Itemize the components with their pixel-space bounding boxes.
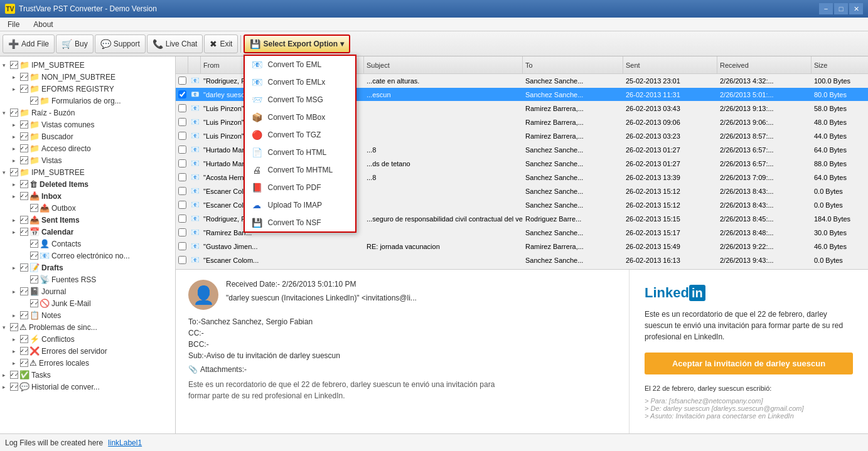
tree-item[interactable]: ▸ ✓ 📁 EFORMS REGISTRY [0, 83, 175, 95]
add-file-button[interactable]: ➕ Add File [3, 34, 55, 53]
tree-expand-icon[interactable]: ▸ [13, 193, 20, 199]
tree-item[interactable]: ▸ ✓ 📤 Sent Items [0, 214, 175, 226]
tree-expand-icon[interactable]: ▸ [13, 217, 20, 223]
exit-button[interactable]: ✖ Exit [204, 34, 238, 53]
col-to[interactable]: To [523, 56, 623, 73]
tree-item[interactable]: ▸ ✓ ✅ Tasks [0, 369, 175, 381]
tree-checkbox[interactable]: ✓ [30, 97, 38, 105]
tree-expand-icon[interactable]: ▾ [3, 110, 10, 116]
dropdown-item[interactable]: 🔴Convert To TGZ [245, 126, 355, 144]
tree-checkbox[interactable]: ✓ [20, 180, 28, 188]
status-link[interactable]: linkLabel1 [108, 438, 142, 447]
table-row[interactable]: 📧 "Gustavo Jimen... RE: jornada vacunaci… [176, 240, 868, 253]
dropdown-item[interactable]: 📧Convert To EML [245, 56, 355, 73]
tree-item[interactable]: ▸ ✓ 📥 Inbox [0, 190, 175, 202]
select-export-button[interactable]: 💾 Select Export Option ▾ [244, 34, 350, 53]
tree-item[interactable]: ▸ ✓ 📁 Vistas comunes [0, 119, 175, 130]
dropdown-item[interactable]: 📕Convert To PDF [245, 179, 355, 196]
maximize-button[interactable]: □ [834, 3, 848, 14]
minimize-button[interactable]: − [819, 3, 833, 14]
tree-checkbox[interactable]: ✓ [10, 61, 18, 69]
dropdown-item[interactable]: 📧Convert To EMLx [245, 73, 355, 91]
tree-checkbox[interactable]: ✓ [20, 263, 28, 272]
dropdown-item[interactable]: 🖨Convert To MHTML [245, 161, 355, 179]
tree-checkbox[interactable]: ✓ [30, 240, 38, 248]
tree-item[interactable]: ▾ ✓ ⚠ Problemas de sinc... [0, 321, 175, 333]
tree-checkbox[interactable]: ✓ [30, 275, 38, 284]
tree-expand-icon[interactable]: ▸ [13, 122, 20, 128]
tree-expand-icon[interactable]: ▾ [3, 324, 10, 331]
tree-expand-icon[interactable]: ▸ [13, 74, 20, 80]
tree-item[interactable]: ▸ ✓ 📅 Calendar [0, 226, 175, 238]
tree-item[interactable]: ▸ ✓ ❌ Errores del servidor [0, 345, 175, 357]
close-button[interactable]: ✕ [849, 3, 863, 14]
tree-expand-icon[interactable]: ▸ [13, 134, 20, 140]
dropdown-item[interactable]: 💾Convert To NSF [245, 214, 355, 231]
tree-checkbox[interactable]: ✓ [20, 228, 28, 236]
tree-item[interactable]: ▸ ✓ 📁 Vistas [0, 154, 175, 166]
tree-expand-icon[interactable]: ▸ [13, 289, 20, 295]
col-received[interactable]: Received [717, 56, 812, 73]
tree-item[interactable]: ▸ ✓ 📋 Notes [0, 309, 175, 321]
buy-button[interactable]: 🛒 Buy [56, 34, 94, 53]
tree-checkbox[interactable]: ✓ [20, 132, 28, 141]
linkedin-accept-button[interactable]: Aceptar la invitación de darley suescun [645, 353, 853, 374]
tree-item[interactable]: ▸ ✓ 💬 Historial de conver... [0, 381, 175, 393]
tree-checkbox[interactable]: ✓ [10, 109, 18, 117]
menu-file[interactable]: File [4, 19, 23, 30]
col-size[interactable]: Size [812, 56, 868, 73]
tree-item[interactable]: ✓ 📤 Outbox [0, 202, 175, 214]
tree-item[interactable]: ▾ ✓ 📁 IPM_SUBTREE [0, 59, 175, 71]
col-subject[interactable]: Subject [364, 56, 523, 73]
tree-checkbox[interactable]: ✓ [10, 168, 18, 176]
live-chat-button[interactable]: 📞 Live Chat [147, 34, 203, 53]
tree-item[interactable]: ▾ ✓ 📁 Raíz - Buzón [0, 107, 175, 119]
tree-checkbox[interactable]: ✓ [20, 287, 28, 295]
tree-checkbox[interactable]: ✓ [20, 192, 28, 200]
tree-checkbox[interactable]: ✓ [20, 120, 28, 129]
dropdown-item[interactable]: 📨Convert To MSG [245, 91, 355, 109]
dropdown-item[interactable]: 📄Convert To HTML [245, 144, 355, 161]
tree-checkbox[interactable]: ✓ [20, 85, 28, 93]
tree-item[interactable]: ✓ 📡 Fuentes RSS [0, 273, 175, 285]
tree-checkbox[interactable]: ✓ [20, 73, 28, 81]
tree-checkbox[interactable]: ✓ [20, 359, 28, 367]
menu-about[interactable]: About [29, 19, 56, 30]
tree-checkbox[interactable]: ✓ [20, 347, 28, 355]
tree-checkbox[interactable]: ✓ [20, 311, 28, 319]
tree-expand-icon[interactable]: ▸ [13, 265, 20, 271]
tree-checkbox[interactable]: ✓ [10, 371, 18, 379]
tree-checkbox[interactable]: ✓ [20, 335, 28, 343]
tree-expand-icon[interactable]: ▸ [13, 146, 20, 152]
table-row[interactable]: 📧 "Escaner Colom... Sanchez Sanche... 26… [176, 253, 868, 267]
dropdown-item[interactable]: 📦Convert To MBox [245, 109, 355, 126]
tree-expand-icon[interactable]: ▸ [13, 229, 20, 235]
tree-item[interactable]: ▸ ✓ 📁 Buscador [0, 130, 175, 142]
tree-checkbox[interactable]: ✓ [20, 156, 28, 164]
tree-expand-icon[interactable]: ▸ [13, 360, 20, 366]
tree-expand-icon[interactable]: ▸ [3, 384, 10, 390]
tree-checkbox[interactable]: ✓ [30, 299, 38, 307]
tree-item[interactable]: ▸ ✓ ⚡ Conflictos [0, 333, 175, 345]
tree-expand-icon[interactable]: ▾ [3, 62, 10, 68]
tree-checkbox[interactable]: ✓ [30, 252, 38, 260]
tree-expand-icon[interactable]: ▸ [13, 86, 20, 92]
tree-item[interactable]: ▸ ✓ 📝 Drafts [0, 262, 175, 273]
tree-checkbox[interactable]: ✓ [20, 144, 28, 152]
tree-item[interactable]: ✓ 🚫 Junk E-Mail [0, 297, 175, 309]
tree-expand-icon[interactable]: ▸ [13, 157, 20, 164]
tree-expand-icon[interactable]: ▸ [13, 348, 20, 354]
tree-item[interactable]: ▸ ✓ 🗑 Deleted Items [0, 178, 175, 190]
tree-checkbox[interactable]: ✓ [20, 216, 28, 224]
tree-checkbox[interactable]: ✓ [30, 204, 38, 212]
support-button[interactable]: 💬 Support [95, 34, 146, 53]
tree-item[interactable]: ✓ 📧 Correo electrónico no... [0, 250, 175, 262]
tree-expand-icon[interactable]: ▸ [13, 181, 20, 188]
dropdown-item[interactable]: ☁Upload To IMAP [245, 196, 355, 214]
tree-item[interactable]: ▸ ✓ 📁 Acceso directo [0, 142, 175, 154]
tree-checkbox[interactable]: ✓ [10, 383, 18, 391]
tree-expand-icon[interactable]: ▸ [13, 312, 20, 319]
tree-checkbox[interactable]: ✓ [10, 323, 18, 331]
tree-item[interactable]: ▾ ✓ 📁 IPM_SUBTREE [0, 166, 175, 178]
tree-expand-icon[interactable]: ▸ [3, 372, 10, 378]
